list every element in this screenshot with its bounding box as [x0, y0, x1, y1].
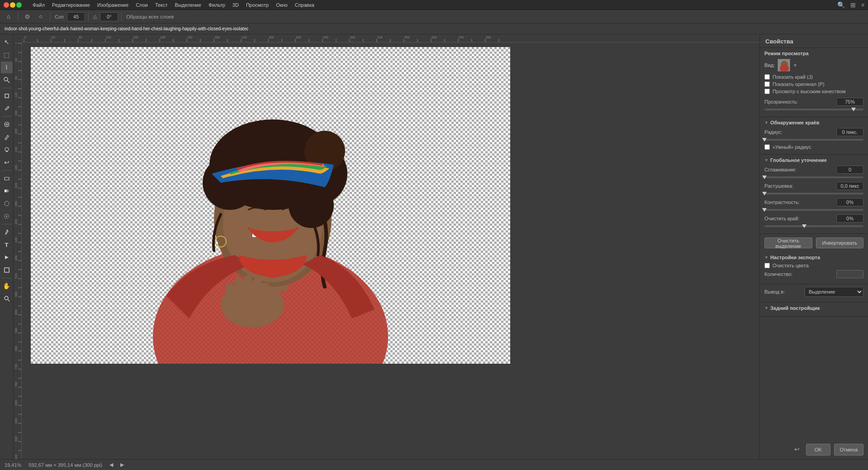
- window-minimize[interactable]: [10, 2, 15, 8]
- arrange-icon[interactable]: ⊞: [850, 1, 856, 9]
- healing-tool[interactable]: [1, 119, 13, 130]
- edge-detection-arrow: ▼: [764, 120, 768, 125]
- radius-label: Радиус:: [764, 129, 834, 135]
- svg-rect-9: [5, 190, 9, 192]
- angle-input[interactable]: [100, 12, 118, 21]
- contrast-input[interactable]: [836, 198, 863, 206]
- output-select[interactable]: Выделение Маска слоя Новый слой Новый сл…: [805, 287, 863, 297]
- export-settings-arrow: ▼: [764, 255, 768, 260]
- search-icon[interactable]: 🔍: [837, 1, 845, 9]
- export-settings-header[interactable]: ▼ Настройки экспорта: [764, 255, 863, 260]
- options-bar: ⌂ ⊙ ○ Con △ Образцы всех слоев: [0, 10, 868, 24]
- gradient-tool[interactable]: [1, 185, 13, 197]
- crop-tool[interactable]: [1, 90, 13, 102]
- ok-button[interactable]: OK: [806, 444, 830, 456]
- high-quality-label: Просмотр с высоким качеством: [773, 89, 846, 94]
- opacity-thumb[interactable]: [851, 108, 856, 111]
- contrast-label: Контрастность:: [764, 199, 834, 205]
- lasso-normal-btn[interactable]: ⊙: [21, 11, 33, 22]
- path-select-tool[interactable]: [1, 252, 13, 263]
- cancel-button[interactable]: Отмена: [834, 444, 863, 456]
- radius-input[interactable]: [836, 128, 863, 136]
- tab-filename: indoor-shot-young-cheerful-dark-haired-w…: [5, 26, 249, 31]
- smooth-thumb[interactable]: [762, 176, 767, 179]
- smart-radius-checkbox[interactable]: [764, 144, 770, 150]
- menu-3d[interactable]: 3D: [232, 2, 239, 8]
- workspace-icon[interactable]: ≡: [861, 2, 864, 8]
- quantity-input[interactable]: [836, 270, 863, 278]
- high-quality-checkbox[interactable]: [764, 89, 770, 94]
- angle-icon: △: [92, 14, 98, 19]
- shift-edge-track[interactable]: [764, 225, 863, 227]
- global-refine-header[interactable]: ▼ Глобальное уточнение: [764, 157, 863, 163]
- invert-btn[interactable]: Инвертировать: [816, 237, 864, 248]
- menu-edit[interactable]: Редактирование: [52, 2, 90, 8]
- contrast-slider-container: [764, 209, 863, 211]
- view-dropdown-arrow[interactable]: ▼: [793, 63, 797, 68]
- window-close[interactable]: [4, 2, 9, 8]
- view-thumbnail[interactable]: [778, 59, 790, 71]
- menu-view[interactable]: Просмотр: [246, 2, 269, 8]
- document-tab[interactable]: indoor-shot-young-cheerful-dark-haired-w…: [0, 24, 249, 34]
- menu-filter[interactable]: Фильтр: [209, 2, 225, 8]
- menu-window[interactable]: Окно: [276, 2, 288, 8]
- shapes-tool[interactable]: [1, 264, 13, 276]
- output-label: Вывод в:: [764, 289, 802, 294]
- menu-file[interactable]: Файл: [33, 2, 45, 8]
- select-rect-tool[interactable]: ⬚: [1, 49, 13, 61]
- feather-input[interactable]: [67, 12, 85, 21]
- menu-layers[interactable]: Слои: [136, 2, 148, 8]
- view-mode-header[interactable]: Режим просмотра: [764, 51, 863, 56]
- home-button[interactable]: ⌂: [3, 11, 14, 22]
- edge-detection-label: Обнаружение краёв: [770, 120, 820, 125]
- feather-thumb[interactable]: [762, 192, 767, 195]
- lasso-polygon-btn[interactable]: ○: [35, 11, 47, 22]
- menu-select[interactable]: Выделение: [175, 2, 201, 8]
- contrast-track[interactable]: [764, 209, 863, 211]
- blur-tool[interactable]: [1, 198, 13, 209]
- shift-edge-input[interactable]: [836, 214, 863, 223]
- window-maximize[interactable]: [16, 2, 22, 8]
- edge-detection-header[interactable]: ▼ Обнаружение краёв: [764, 120, 863, 125]
- menu-help[interactable]: Справка: [295, 2, 314, 8]
- feather-track[interactable]: [764, 193, 863, 195]
- shift-edge-thumb[interactable]: [802, 224, 806, 228]
- menu-text[interactable]: Текст: [155, 2, 168, 8]
- svg-rect-11: [5, 268, 9, 272]
- nav-arrow-right[interactable]: ▶: [120, 462, 124, 468]
- zoom-tool[interactable]: [1, 293, 13, 304]
- dodge-tool[interactable]: ☉: [1, 210, 13, 222]
- clean-colors-checkbox[interactable]: [764, 263, 770, 268]
- history-brush-tool[interactable]: ↩: [1, 157, 13, 168]
- clean-colors-label: Очистить цвета: [773, 263, 809, 268]
- eraser-tool[interactable]: [1, 172, 13, 184]
- text-tool[interactable]: T: [1, 239, 13, 251]
- footer-section-header[interactable]: ▼ Задний постройщик: [764, 305, 863, 311]
- hand-tool[interactable]: ✋: [1, 280, 13, 292]
- output-section: Вывод в: Выделение Маска слоя Новый слой…: [760, 284, 868, 303]
- eyedropper-tool[interactable]: [1, 103, 13, 114]
- opacity-track[interactable]: [764, 109, 863, 110]
- clear-selection-btn[interactable]: Очистить выделение: [764, 237, 812, 248]
- clone-stamp-tool[interactable]: [1, 144, 13, 156]
- quick-select-tool[interactable]: [1, 74, 13, 86]
- radius-track[interactable]: [764, 139, 863, 141]
- smooth-label: Сглаживание:: [764, 167, 834, 172]
- menu-image[interactable]: Изображение: [97, 2, 128, 8]
- move-tool[interactable]: ↖: [1, 36, 13, 48]
- pen-tool[interactable]: [1, 226, 13, 238]
- nav-arrow-left[interactable]: ◀: [109, 462, 113, 468]
- radius-thumb[interactable]: [762, 138, 767, 142]
- feather-panel-input[interactable]: [836, 182, 863, 190]
- separator-1: [18, 12, 18, 21]
- undo-btn[interactable]: ↩: [792, 444, 802, 455]
- contrast-thumb[interactable]: [762, 208, 767, 212]
- show-edge-checkbox[interactable]: [764, 74, 770, 80]
- show-original-checkbox[interactable]: [764, 81, 770, 87]
- brush-tool[interactable]: [1, 131, 13, 143]
- canvas-viewport[interactable]: [22, 43, 759, 459]
- opacity-input[interactable]: [836, 98, 863, 106]
- smooth-track[interactable]: [764, 176, 863, 178]
- lasso-tool[interactable]: ⌇: [1, 62, 13, 73]
- smooth-input[interactable]: [836, 166, 863, 174]
